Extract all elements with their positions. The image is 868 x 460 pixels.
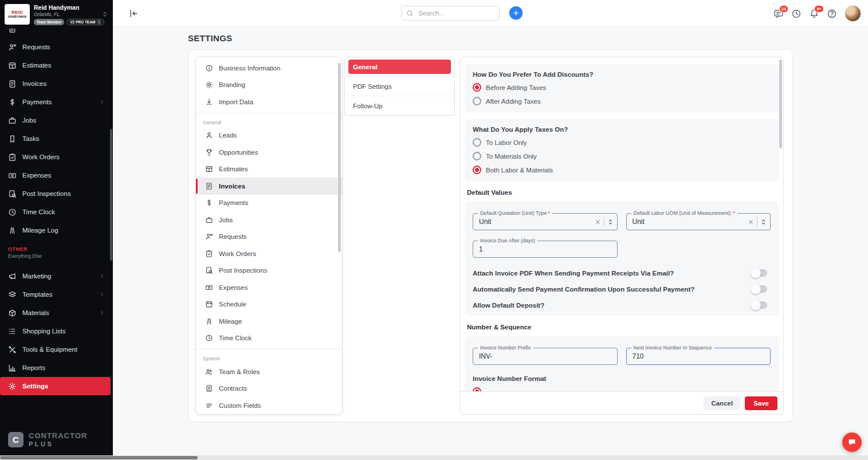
panel-scrollbar[interactable] [779,60,782,148]
settings-nav-item-label: Opportunities [219,149,258,156]
add-button[interactable]: + [509,6,523,19]
tax-option-to-materials-only[interactable]: To Materials Only [473,152,771,160]
search-input[interactable] [417,9,494,17]
cancel-button[interactable]: Cancel [704,396,740,410]
plus-circle-icon: + [97,20,101,24]
field-next-invoice-number-in-sequence[interactable]: Next Invoice Number In Sequence710 [626,348,771,365]
discounts-options: Before Adding TaxesAfter Adding Taxes [473,83,771,105]
tax-option-to-labor-only[interactable]: To Labor Only [473,138,771,147]
settings-nav-scrollbar[interactable] [338,63,341,252]
tab-follow-up[interactable]: Follow-Up [345,96,454,115]
radio-unselected-icon[interactable] [473,97,481,105]
settings-nav-item-label: Contracts [219,385,247,392]
sidebar-item-time-clock[interactable]: Time Clock [0,203,113,221]
bell-icon[interactable]: 9+ [809,9,819,19]
sidebar-item-estimates[interactable]: Estimates [0,56,113,74]
tax-option-both-labor-materials[interactable]: Both Labor & Materials [473,166,771,174]
sidebar-item-templates[interactable]: Templates [0,285,113,304]
sidebar-item-requests[interactable]: Requests [0,38,113,56]
profile-expander-icon[interactable] [101,11,108,18]
sidebar-item-settings[interactable]: Settings [0,377,111,395]
reviews-icon[interactable]: 24 [773,9,784,19]
settings-nav-item-custom-fields[interactable]: Custom Fields [196,397,342,414]
people-icon [205,368,213,376]
settings-nav-item-mileage[interactable]: Mileage [196,313,342,330]
sidebar-item-label: Reports [22,364,45,371]
toggle-switch[interactable] [752,301,767,309]
toggle-switch[interactable] [752,285,767,293]
sidebar-item-label: Settings [22,383,48,390]
settings-nav-heading-system: System [196,352,342,363]
sidebar-item-work-orders[interactable]: Work Orders [0,148,113,166]
discount-option-before-adding-taxes[interactable]: Before Adding Taxes [473,83,771,92]
settings-nav-item-localization[interactable]: Localization [196,414,342,415]
field-label: Default Labor UOM (Unit of Measurement):… [631,210,738,216]
list-icon [8,327,17,336]
profile-card[interactable]: REID HANDYMAN Reid Handyman Orlando, FL … [0,0,113,29]
radio-selected-icon[interactable] [473,387,481,391]
sidebar-item-post-inspections[interactable]: Post Inspections [0,184,113,203]
settings-nav-item-post-inspections[interactable]: Post Inspections [196,262,342,280]
sidebar-item-shopping-lists[interactable]: Shopping Lists [0,322,113,340]
search-box[interactable] [401,6,500,21]
settings-nav-item-team-roles[interactable]: Team & Roles [196,363,342,380]
settings-nav-item-opportunities[interactable]: Opportunities [196,144,342,161]
sidebar-scrollbar[interactable] [110,129,112,261]
invoice-format-option-partial[interactable] [473,387,771,391]
default-values-toggles: Attach Invoice PDF When Sending Payment … [473,269,771,309]
radio-unselected-icon[interactable] [473,138,481,147]
settings-nav-item-jobs[interactable]: Jobs [196,211,342,229]
discount-option-after-adding-taxes[interactable]: After Adding Taxes [473,97,771,105]
settings-nav-item-estimates[interactable]: Estimates [196,161,342,178]
chat-launcher-button[interactable] [842,433,862,452]
settings-nav-item-contracts[interactable]: Contracts [196,380,342,398]
sidebar-item-tools-equipment[interactable]: Tools & Equipment [0,340,113,359]
radio-unselected-icon[interactable] [473,152,481,160]
field-value: INV- [479,348,492,364]
sidebar-item-jobs[interactable]: Jobs [0,111,113,129]
settings-nav-item-schedule[interactable]: Schedule [196,296,342,313]
default-values-section: Default Quotation (Unit) Type*UnitDefaul… [465,202,779,316]
sidebar-item-reports[interactable]: Reports [0,359,113,377]
settings-nav-item-expenses[interactable]: Expenses [196,279,342,296]
settings-nav-item-time-clock[interactable]: Time Clock [196,330,342,347]
help-icon[interactable] [827,9,837,19]
settings-nav-item-label: Custom Fields [219,402,261,409]
radio-label: To Materials Only [486,153,537,160]
field-invoice-number-prefix[interactable]: Invoice Number PrefixINV- [473,348,618,365]
settings-nav-item-branding[interactable]: Branding [196,77,342,94]
sidebar-item-payments[interactable]: Payments [0,93,113,111]
radio-selected-icon[interactable] [473,83,481,92]
user-avatar[interactable] [845,5,861,22]
toggle-switch[interactable] [752,269,767,277]
tab-general[interactable]: General [345,57,454,77]
settings-nav-item-import-data[interactable]: Import Data [196,93,342,111]
sidebar-item-mileage-log[interactable]: Mileage Log [0,221,113,239]
collapse-sidebar-icon[interactable] [129,9,139,18]
field-default-labor-uom-unit-of-measurement[interactable]: Default Labor UOM (Unit of Measurement):… [626,213,771,230]
radio-selected-icon[interactable] [473,166,481,174]
settings-nav-item-requests[interactable]: Requests [196,229,342,246]
sidebar-item-invoices[interactable]: Invoices [0,74,113,93]
sidebar-item-materials[interactable]: Materials [0,304,113,322]
clock-icon[interactable] [791,9,802,19]
settings-nav-item-business-information[interactable]: Business Information [196,60,342,77]
field-invoice-due-after-days[interactable]: Invoice Due After (days)1 [473,241,618,258]
box-icon [8,309,17,317]
sidebar-item-marketing[interactable]: Marketing [0,267,113,285]
settings-nav-item-leads[interactable]: Leads [196,127,342,144]
tab-pdf-settings[interactable]: PDF Settings [345,77,454,96]
sidebar-item-tasks[interactable]: Tasks [0,129,113,148]
field-default-quotation-unit-type[interactable]: Default Quotation (Unit) Type*Unit [473,213,618,230]
toggle-label: Attach Invoice PDF When Sending Payment … [473,270,674,277]
settings-nav-item-work-orders[interactable]: Work Orders [196,245,342,262]
settings-nav-item-invoices[interactable]: Invoices [196,178,342,195]
number-sequence-section: Invoice Number PrefixINV-Next Invoice Nu… [465,336,779,391]
sidebar-item-expenses[interactable]: Expenses [0,166,113,184]
save-button[interactable]: Save [745,396,777,410]
horizontal-scrollbar-thumb[interactable] [0,456,198,459]
lines-icon [205,402,213,410]
radio-label: Both Labor & Materials [486,167,553,174]
settings-nav-panel: Business InformationBrandingImport DataG… [195,57,343,415]
settings-nav-item-payments[interactable]: Payments [196,195,342,212]
